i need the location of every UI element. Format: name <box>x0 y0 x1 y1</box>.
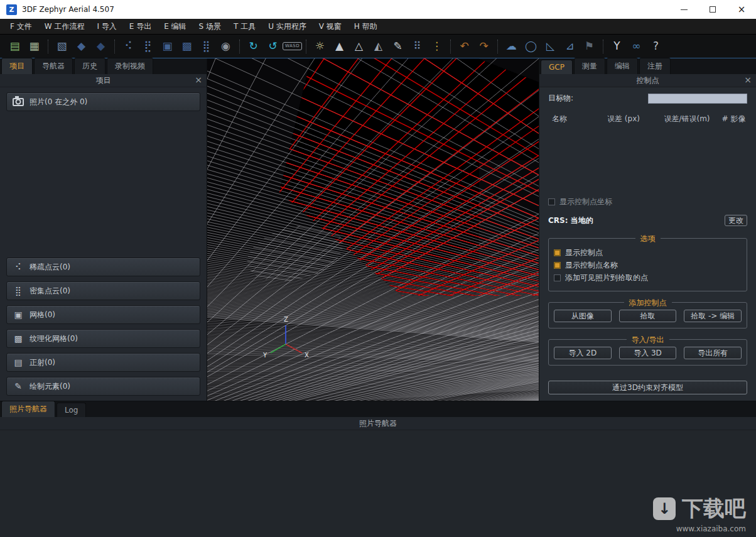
export-all-button[interactable]: 导出所有 <box>684 347 742 359</box>
wireframe-render-icon[interactable]: △ <box>349 37 369 56</box>
set-square-icon[interactable]: ⊿ <box>560 37 580 56</box>
project-panel-close-icon[interactable]: × <box>195 75 202 84</box>
project-items: ⠪稀疏点云(0)⣿密集点云(0)▣网格(0)▩纹理化网格(0)▤正射(0)✎绘制… <box>0 258 207 401</box>
menu-item-2[interactable]: I 导入 <box>90 19 122 34</box>
photo-navigator-title: 照片导航器 <box>0 418 756 429</box>
solid-render-icon[interactable]: ▲ <box>330 37 349 56</box>
watermark-text: 下载吧 <box>682 494 746 523</box>
option-checkbox-1[interactable] <box>554 262 561 269</box>
import-photos-icon[interactable]: ▧ <box>52 37 72 56</box>
undo-icon[interactable]: ↶ <box>455 37 474 56</box>
app-logo-icon: Z <box>6 4 17 15</box>
left-tab-navigator[interactable]: 导航器 <box>34 58 73 74</box>
project-item-dense-point-cloud[interactable]: ⣿密集点云(0) <box>6 281 200 300</box>
gcp-column-header-0: 名称 <box>548 114 593 124</box>
toolbar-separator <box>239 40 240 53</box>
right-tab-measure[interactable]: 测量 <box>574 58 605 74</box>
3d-viewport[interactable]: Z X Y <box>207 58 539 401</box>
redo-icon[interactable]: ↷ <box>474 37 494 56</box>
lasso-select-icon[interactable]: ☁ <box>502 37 521 56</box>
watermark-url: www.xiazaiba.com <box>653 524 746 533</box>
lighting-icon[interactable]: ☼ <box>310 37 330 56</box>
sparse-cloud-icon[interactable]: ⠪ <box>119 37 138 56</box>
menu-item-6[interactable]: T 工具 <box>227 19 262 34</box>
option-checkbox-2[interactable] <box>554 274 561 281</box>
menu-item-0[interactable]: F 文件 <box>4 19 38 34</box>
menu-item-5[interactable]: S 场景 <box>193 19 227 34</box>
polygon-select-icon[interactable]: ◺ <box>541 37 560 56</box>
project-item-sparse-point-cloud[interactable]: ⠪稀疏点云(0) <box>6 258 200 276</box>
stereo-mode-icon[interactable]: Y <box>607 37 627 56</box>
main-area: 项目导航器历史录制视频 项目 × 照片(0 在之外 0) ⠪稀疏点云(0)⣿密集… <box>0 58 756 401</box>
target-input[interactable] <box>648 94 747 104</box>
rotate-view-icon[interactable]: ↺ <box>263 37 283 56</box>
bottom-tab-photo-navigator[interactable]: 照片导航器 <box>1 401 55 417</box>
project-item-orthophoto[interactable]: ▤正射(0) <box>6 353 200 372</box>
vr-mode-icon[interactable]: ∞ <box>627 37 646 56</box>
project-item-drawing-elements[interactable]: ✎绘制元素(0) <box>6 377 200 396</box>
gcp-panel-close-icon[interactable]: × <box>744 75 752 84</box>
maximize-button[interactable] <box>698 0 727 19</box>
new-project-icon[interactable]: ▤ <box>5 37 24 56</box>
orthophoto-icon: ▤ <box>13 357 24 367</box>
window-controls: × <box>669 0 756 19</box>
import-2d-button[interactable]: 导入 2D <box>554 347 612 359</box>
align-model-button[interactable]: 通过3D约束对齐模型 <box>548 381 747 394</box>
right-tab-register[interactable]: 注册 <box>639 58 671 74</box>
orbit-view-icon[interactable]: ↻ <box>244 37 263 56</box>
toolbar-separator <box>306 40 306 53</box>
wasd-mode-icon[interactable]: WASD <box>283 37 302 56</box>
left-tab-record-video[interactable]: 录制视频 <box>107 58 153 74</box>
help-icon[interactable]: ? <box>646 37 666 56</box>
menu-item-3[interactable]: E 导出 <box>123 19 158 34</box>
flag-tool-icon[interactable]: ⚑ <box>580 37 599 56</box>
toolbar-separator <box>450 40 451 53</box>
option-checkbox-0[interactable] <box>554 249 561 256</box>
right-tab-gcp[interactable]: GCP <box>541 60 573 74</box>
right-tab-edit[interactable]: 编辑 <box>607 58 638 74</box>
gcp-table[interactable] <box>548 124 747 195</box>
menu-item-1[interactable]: W 工作流程 <box>38 19 91 34</box>
show-coordinates-checkbox[interactable] <box>548 198 555 205</box>
project-cube-icon[interactable]: ◆ <box>91 37 111 56</box>
project-item-photos[interactable]: 照片(0 在之外 0) <box>6 92 200 111</box>
change-crs-button[interactable]: 更改 <box>725 215 747 226</box>
pick-button[interactable]: 拾取 <box>619 310 677 322</box>
import-3d-button[interactable]: 导入 3D <box>619 347 677 359</box>
menu-item-4[interactable]: E 编辑 <box>158 19 192 34</box>
brush-icon[interactable]: ✎ <box>388 37 408 56</box>
flat-render-icon[interactable]: ◭ <box>369 37 388 56</box>
selection-grid-icon[interactable]: ⠿ <box>408 37 427 56</box>
gcp-column-header-3: # 影像 <box>720 114 747 124</box>
circle-select-icon[interactable]: ◯ <box>521 37 541 56</box>
options-group: 选项 显示控制点显示控制点名称添加可见照片到拾取的点 <box>548 238 747 291</box>
left-tab-history[interactable]: 历史 <box>74 58 105 74</box>
from-image-button[interactable]: 从图像 <box>554 310 612 322</box>
more-tools-icon[interactable]: ⋮ <box>427 37 446 56</box>
show-coordinates-label: 显示控制点坐标 <box>559 197 612 207</box>
left-tabstrip: 项目导航器历史录制视频 <box>0 58 207 74</box>
menu-item-9[interactable]: H 帮助 <box>348 19 384 34</box>
project-item-textured-mesh[interactable]: ▩纹理化网格(0) <box>6 329 200 348</box>
dense-cloud-icon[interactable]: ⣟ <box>138 37 158 56</box>
project-panel: 项目导航器历史录制视频 项目 × 照片(0 在之外 0) ⠪稀疏点云(0)⣿密集… <box>0 58 207 401</box>
viewport-grid: Z X Y <box>207 58 539 401</box>
textured-mesh-icon: ▩ <box>13 334 24 344</box>
project-item-mesh[interactable]: ▣网格(0) <box>6 305 200 324</box>
pick-edit-button[interactable]: 拾取 -> 编辑 <box>684 310 742 322</box>
textured-mesh-extract-icon[interactable]: ▩ <box>177 37 197 56</box>
points-extract-icon[interactable]: ⣿ <box>197 37 216 56</box>
left-tab-project[interactable]: 项目 <box>1 58 33 74</box>
project-panel-title: 项目 <box>0 75 207 86</box>
close-button[interactable]: × <box>727 0 756 19</box>
camera-view-icon[interactable]: ◉ <box>216 37 235 56</box>
mesh-extract-icon[interactable]: ▣ <box>158 37 177 56</box>
bottom-tab-log[interactable]: Log <box>57 403 86 417</box>
save-project-icon[interactable]: ▦ <box>24 37 44 56</box>
gcp-panel-title: 控制点 <box>539 75 756 86</box>
menu-item-7[interactable]: U 实用程序 <box>262 19 313 34</box>
toolbar-separator <box>497 40 498 53</box>
menu-item-8[interactable]: V 视窗 <box>313 19 348 34</box>
workspace-cube-icon[interactable]: ◆ <box>72 37 91 56</box>
minimize-button[interactable] <box>669 0 698 19</box>
